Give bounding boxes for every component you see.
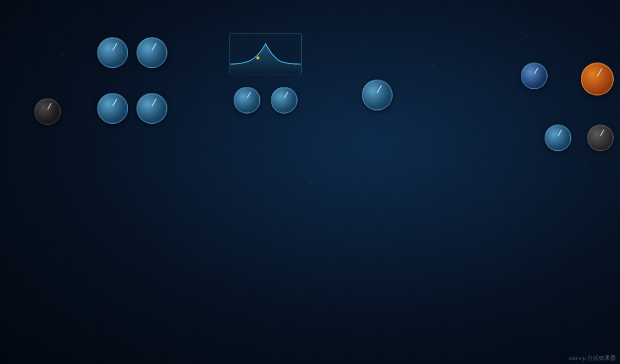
feedback-knob[interactable] [362,80,393,110]
delay-l-knob[interactable] [97,37,128,68]
frequency-knob[interactable] [234,87,260,114]
input-knob[interactable] [34,98,61,125]
watermark: vsti.vip 音频效果器 [568,354,616,362]
delay-r-knob[interactable] [97,93,128,124]
slope-knob[interactable] [271,87,298,114]
fine-l-knob[interactable] [136,37,167,68]
filter-display [229,33,302,74]
dry-wet-knob[interactable] [581,62,614,96]
svg-point-0 [256,56,259,59]
fine-r-knob[interactable] [136,93,167,124]
width-knob[interactable] [545,124,571,151]
output-knob[interactable] [587,124,614,151]
pan-knob[interactable] [521,62,548,89]
